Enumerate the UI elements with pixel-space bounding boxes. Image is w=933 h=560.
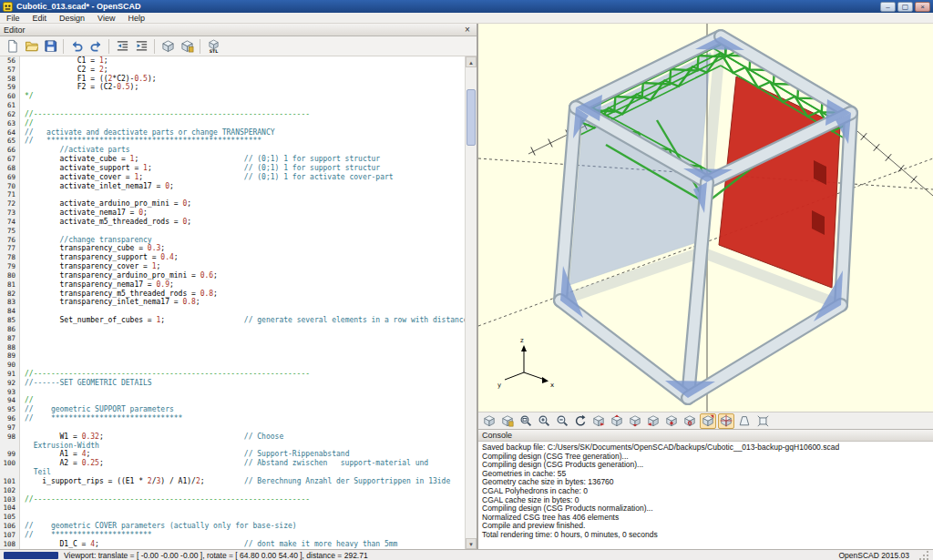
code-line: */ [25, 92, 465, 101]
line-number: 80 [0, 271, 19, 280]
code-line: activate_cube = 1; // (0;1) 1 for suppor… [25, 155, 465, 164]
code-line: F2 = (C2-0.5); [25, 83, 465, 92]
view-preview-button[interactable] [481, 413, 497, 429]
view-bottom-button[interactable] [627, 413, 643, 429]
new-file-button[interactable] [3, 37, 21, 56]
line-number: 64 [0, 128, 19, 137]
viewport-status-text: Viewport: translate = [ -0.00 -0.00 -0.0… [64, 551, 834, 560]
perspective-button[interactable] [736, 413, 753, 429]
menu-view[interactable]: View [91, 13, 121, 24]
line-number: 84 [0, 307, 19, 316]
scroll-down-icon[interactable]: ▼ [466, 538, 477, 549]
preview-button[interactable] [159, 37, 177, 56]
line-number: 58 [0, 75, 19, 84]
code-line: activate_inlet_nema17 = 0; [25, 182, 465, 191]
minimize-button[interactable]: – [880, 2, 896, 12]
right-panel: z x y Console Saved backup file: C:/User… [478, 24, 933, 549]
view-left-icon [647, 414, 660, 427]
unindent-button[interactable] [113, 37, 131, 56]
zoom-all-button[interactable] [518, 413, 534, 429]
line-number: 98 [0, 433, 19, 442]
scroll-up-icon[interactable]: ▲ [466, 56, 477, 67]
code-line: transparency_m5_threaded_rods = 0.8; [25, 290, 465, 299]
view-left-button[interactable] [645, 413, 661, 429]
line-number: 72 [0, 199, 19, 209]
3d-viewport[interactable]: z x y [478, 24, 933, 412]
3d-scene: z x y [478, 24, 933, 412]
open-file-button[interactable] [22, 37, 40, 56]
line-number: 90 [0, 361, 19, 370]
view-top-icon [610, 414, 623, 427]
menu-edit[interactable]: Edit [26, 13, 54, 24]
save-file-icon [44, 39, 57, 53]
axis-indicator: z x y [497, 337, 554, 389]
code-editor[interactable]: 5657585960616263646566676869707172737475… [0, 56, 477, 549]
axis-label-x: x [550, 382, 554, 389]
render-button[interactable] [178, 37, 196, 56]
code-line [25, 486, 465, 495]
line-number: 74 [0, 218, 19, 227]
indent-button[interactable] [132, 37, 150, 56]
editor-toolbar: STL [0, 36, 477, 56]
code-line: activate_cover = 1; // (0;1) 1 for activ… [25, 173, 465, 182]
view-front-button[interactable] [663, 413, 680, 429]
zoom-in-button[interactable] [536, 413, 552, 429]
view-render-button[interactable] [499, 413, 516, 429]
toolbar-separator [63, 39, 64, 54]
line-number: 81 [0, 280, 19, 290]
editor-scrollbar[interactable]: ▲ ▼ [465, 56, 477, 549]
scrollbar-thumb[interactable] [466, 89, 476, 146]
editor-close-icon[interactable]: × [462, 25, 473, 35]
resize-grip[interactable] [918, 550, 929, 560]
menu-bar: FileEditDesignViewHelp [0, 13, 933, 24]
code-line [25, 343, 465, 352]
line-number: 67 [0, 155, 19, 164]
console-output[interactable]: Saved backup file: C:/Users/SK/Documents… [478, 442, 933, 549]
view-diagonal-button[interactable] [700, 413, 716, 429]
orthographic-button[interactable] [754, 413, 771, 429]
menu-file[interactable]: File [0, 13, 26, 24]
line-number: 100 [0, 459, 19, 468]
line-number: 61 [0, 101, 19, 110]
code-line: //--------------------------------------… [25, 495, 465, 504]
code-line: transparency_inlet_nema17 = 0.8; [25, 298, 465, 307]
render-icon [180, 39, 194, 53]
view-right-button[interactable] [590, 413, 607, 429]
save-file-button[interactable] [41, 37, 59, 56]
menu-design[interactable]: Design [53, 13, 91, 24]
code-line: // *************************************… [25, 137, 465, 146]
version-label: OpenSCAD 2015.03 [839, 551, 910, 560]
zoom-out-button[interactable] [554, 413, 570, 429]
console-line: Total rendering time: 0 hours, 0 minutes… [482, 531, 929, 540]
code-line [25, 513, 465, 522]
view-center-button[interactable] [718, 413, 734, 429]
close-button[interactable]: × [915, 2, 930, 12]
line-number: 66 [0, 146, 19, 155]
line-number: 92 [0, 379, 19, 388]
code-line: activate_m5_threaded_rods = 0; [25, 218, 465, 227]
reset-view-icon [574, 414, 587, 427]
undo-button[interactable] [67, 37, 86, 56]
editor-panel-header: Editor × [0, 24, 477, 36]
menu-help[interactable]: Help [121, 13, 151, 24]
view-top-button[interactable] [609, 413, 625, 429]
code-line: F1 = ((2*C2)-0.5); [25, 75, 465, 84]
code-line: transparency_support = 0.4; [25, 253, 465, 262]
status-progress-chip [4, 552, 58, 559]
view-right-icon [592, 414, 605, 427]
maximize-button[interactable]: ▢ [897, 2, 913, 12]
scrollbar-track[interactable] [466, 67, 477, 538]
reset-view-button[interactable] [572, 413, 589, 429]
axis-label-y: y [497, 382, 501, 389]
redo-button[interactable] [87, 37, 105, 56]
code-line: // activate and deactivate parts or chan… [25, 128, 465, 137]
line-number: 62 [0, 110, 19, 119]
editor-panel-title: Editor [4, 25, 462, 35]
new-file-icon [5, 39, 19, 53]
line-number: 79 [0, 262, 19, 271]
code-line: // [25, 119, 465, 128]
view-bottom-icon [629, 414, 641, 427]
view-back-button[interactable] [682, 413, 698, 429]
code-line [25, 227, 465, 236]
export-stl-button[interactable]: STL [204, 37, 222, 56]
